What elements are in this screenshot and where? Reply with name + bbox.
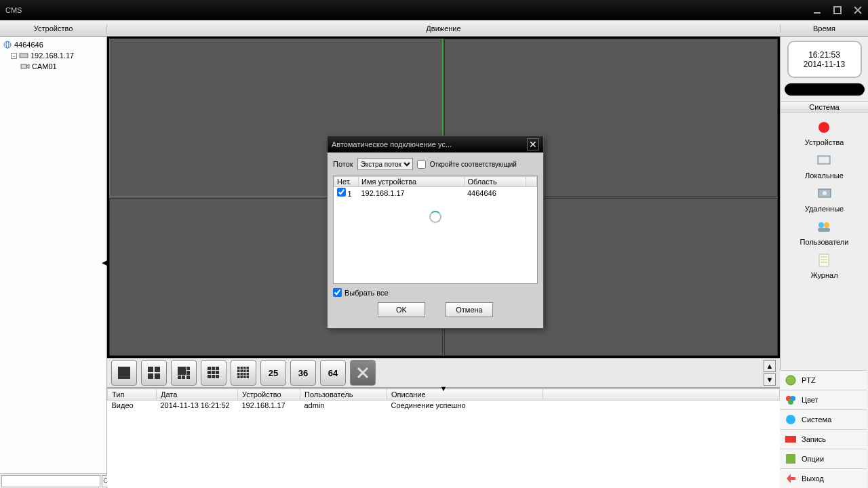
layout-64-button[interactable]: 64 bbox=[320, 360, 346, 386]
svg-rect-35 bbox=[241, 370, 243, 373]
splitter-down-icon[interactable]: ▼ bbox=[440, 384, 448, 392]
loading-spinner-icon bbox=[429, 211, 441, 223]
service-remote[interactable]: Удаленные bbox=[805, 184, 844, 213]
svg-rect-36 bbox=[243, 370, 246, 373]
service-users[interactable]: Пользователи bbox=[800, 217, 849, 246]
svg-rect-30 bbox=[237, 367, 240, 369]
device-row[interactable]: 1 192.168.1.17 4464646 bbox=[334, 187, 537, 199]
service-journal[interactable]: Журнал bbox=[810, 250, 837, 279]
tab-ptz[interactable]: PTZ bbox=[780, 370, 867, 390]
system-icon bbox=[784, 413, 797, 426]
service-devices[interactable]: Устройства bbox=[805, 117, 844, 146]
record-icon bbox=[814, 117, 834, 138]
system-section-title: Система bbox=[781, 101, 868, 113]
clock-date: 2014-11-13 bbox=[804, 60, 845, 69]
cancel-button[interactable]: Отмена bbox=[446, 302, 493, 317]
layout-16-button[interactable] bbox=[231, 360, 256, 386]
svg-rect-27 bbox=[208, 375, 211, 378]
col-area[interactable]: Область bbox=[465, 177, 526, 187]
tree-device[interactable]: - 192.168.1.17 bbox=[3, 50, 104, 61]
scroll-up-icon[interactable]: ▲ bbox=[764, 360, 776, 372]
col-no[interactable]: Нет. bbox=[334, 177, 359, 187]
layout-36-button[interactable]: 36 bbox=[290, 360, 316, 386]
minimize-button[interactable] bbox=[807, 3, 827, 17]
open-corresponding-checkbox[interactable] bbox=[417, 160, 426, 169]
svg-rect-41 bbox=[247, 373, 250, 375]
search-input[interactable] bbox=[1, 475, 100, 487]
record-tab-icon bbox=[784, 432, 797, 446]
svg-rect-12 bbox=[155, 367, 160, 372]
col-name[interactable]: Имя устройства bbox=[359, 177, 465, 187]
log-col-device[interactable]: Устройство bbox=[238, 389, 300, 401]
tree-camera-label: CAM01 bbox=[32, 62, 57, 70]
layout-4-button[interactable] bbox=[141, 360, 167, 386]
log-desc: Соединение успешно bbox=[387, 401, 543, 411]
autoconnect-dialog: Автоматическое подключение ус... ✕ Поток… bbox=[327, 136, 544, 329]
select-all-checkbox[interactable] bbox=[333, 288, 342, 297]
tab-color-label: Цвет bbox=[802, 396, 818, 404]
log-col-type[interactable]: Тип bbox=[108, 389, 157, 401]
maximize-button[interactable] bbox=[827, 3, 848, 17]
svg-rect-56 bbox=[819, 254, 829, 266]
log-panel: ▼ Тип Дата Устройство Пользователь Описа… bbox=[107, 388, 780, 488]
log-col-desc[interactable]: Описание bbox=[387, 389, 543, 401]
options-icon bbox=[784, 452, 797, 466]
tree-root-label: 4464646 bbox=[14, 41, 43, 49]
svg-point-54 bbox=[824, 222, 829, 228]
dialog-title: Автоматическое подключение ус... bbox=[332, 140, 452, 148]
fullscreen-button[interactable] bbox=[350, 360, 376, 386]
ok-button[interactable]: OK bbox=[378, 302, 425, 317]
svg-rect-34 bbox=[237, 370, 240, 373]
svg-point-4 bbox=[4, 41, 11, 48]
svg-rect-26 bbox=[216, 371, 219, 374]
layout-25-button[interactable]: 25 bbox=[260, 360, 286, 386]
tree-root[interactable]: 4464646 bbox=[3, 39, 104, 50]
svg-rect-38 bbox=[237, 373, 240, 375]
tab-options[interactable]: Опции bbox=[780, 449, 867, 468]
tab-system[interactable]: Система bbox=[780, 409, 867, 429]
svg-rect-10 bbox=[118, 367, 130, 379]
svg-rect-22 bbox=[212, 367, 215, 370]
color-icon bbox=[784, 393, 797, 407]
log-col-date[interactable]: Дата bbox=[157, 389, 238, 401]
svg-rect-37 bbox=[247, 370, 250, 373]
layout-1-button[interactable] bbox=[111, 360, 137, 386]
svg-rect-55 bbox=[818, 228, 830, 232]
remote-icon bbox=[814, 184, 835, 204]
dialog-close-button[interactable]: ✕ bbox=[527, 138, 539, 150]
svg-rect-31 bbox=[241, 367, 243, 369]
svg-point-5 bbox=[6, 41, 9, 48]
exit-icon bbox=[784, 472, 797, 485]
svg-point-52 bbox=[823, 191, 827, 195]
log-device: 192.168.1.17 bbox=[238, 401, 300, 411]
stream-select[interactable]: Экстра поток bbox=[357, 158, 413, 170]
tab-color[interactable]: Цвет bbox=[780, 390, 867, 409]
log-type: Видео bbox=[108, 401, 157, 411]
status-bar-indicator bbox=[785, 83, 865, 96]
svg-rect-19 bbox=[182, 375, 185, 379]
layout-8-button[interactable] bbox=[171, 360, 197, 386]
clock-widget: 16:21:53 2014-11-13 bbox=[787, 41, 862, 78]
tab-ptz-label: PTZ bbox=[802, 376, 816, 384]
scroll-down-icon[interactable]: ▼ bbox=[764, 373, 776, 386]
row-checkbox[interactable] bbox=[337, 188, 346, 197]
collapse-left-icon[interactable]: ◀ bbox=[102, 258, 107, 267]
log-date: 2014-11-13 16:21:52 bbox=[157, 401, 238, 411]
service-local-label: Локальные bbox=[805, 171, 844, 180]
tree-camera[interactable]: CAM01 bbox=[3, 61, 104, 72]
header-motion-label: Движение bbox=[107, 24, 780, 33]
svg-rect-39 bbox=[241, 373, 243, 375]
service-local[interactable]: Локальные bbox=[805, 150, 844, 180]
tab-record[interactable]: Запись bbox=[780, 429, 867, 449]
log-col-user[interactable]: Пользователь bbox=[300, 389, 387, 401]
tab-exit[interactable]: Выход bbox=[780, 468, 867, 488]
svg-rect-42 bbox=[237, 376, 240, 379]
close-button[interactable] bbox=[848, 3, 868, 17]
svg-rect-44 bbox=[243, 376, 246, 379]
layout-9-button[interactable] bbox=[201, 360, 226, 386]
expand-toggle[interactable]: - bbox=[11, 53, 17, 59]
log-row[interactable]: Видео 2014-11-13 16:21:52 192.168.1.17 a… bbox=[108, 401, 780, 411]
svg-rect-25 bbox=[212, 371, 215, 374]
camera-icon bbox=[20, 62, 30, 71]
tab-system-label: Система bbox=[802, 415, 831, 424]
